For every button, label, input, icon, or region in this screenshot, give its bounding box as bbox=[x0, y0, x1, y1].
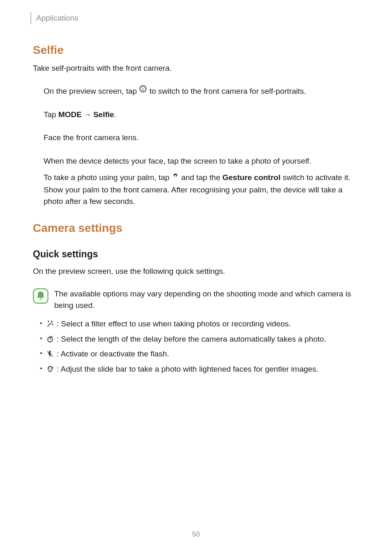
svg-rect-2 bbox=[142, 87, 144, 88]
filter-wand-icon bbox=[46, 320, 54, 328]
svg-point-10 bbox=[49, 368, 50, 369]
selfie-step-3: Face the front camera lens. bbox=[44, 132, 362, 144]
text: to switch to the front camera for self-p… bbox=[150, 87, 306, 95]
bullet-dot bbox=[40, 368, 42, 369]
note-callout: The available options may vary depending… bbox=[33, 288, 362, 311]
list-item: : Select a filter effect to use when tak… bbox=[33, 318, 362, 330]
selfie-step-2: Tap MODE → Selfie. bbox=[44, 109, 362, 121]
svg-point-9 bbox=[48, 367, 52, 371]
text: To take a photo using your palm, tap bbox=[44, 173, 172, 182]
list-item-text: : Adjust the slide bar to take a photo w… bbox=[57, 365, 318, 373]
quick-settings-intro: On the preview screen, use the following… bbox=[33, 266, 362, 277]
selfie-palm-note: To take a photo using your palm, tap and… bbox=[44, 172, 362, 207]
note-text: The available options may vary depending… bbox=[54, 288, 362, 311]
switch-camera-icon bbox=[139, 85, 147, 97]
list-item: : Activate or deactivate the flash. bbox=[33, 348, 362, 360]
svg-point-3 bbox=[142, 88, 144, 90]
svg-point-4 bbox=[175, 175, 176, 176]
header-section-label: Applications bbox=[36, 14, 78, 23]
selfie-label: Selfie bbox=[93, 110, 114, 119]
selfie-step-4: When the device detects your face, tap t… bbox=[44, 155, 362, 167]
list-item-text: : Activate or deactivate the flash. bbox=[57, 349, 169, 358]
quick-settings-list: : Select a filter effect to use when tak… bbox=[33, 318, 362, 375]
heading-selfie: Selfie bbox=[33, 44, 362, 57]
page-content: Selfie Take self-portraits with the fron… bbox=[33, 40, 362, 378]
gesture-control-label: Gesture control bbox=[222, 173, 280, 182]
flash-off-icon bbox=[46, 350, 54, 358]
heading-camera-settings: Camera settings bbox=[33, 222, 362, 235]
bullet-dot bbox=[40, 352, 42, 354]
selfie-step-1: On the preview screen, tap to switch to … bbox=[44, 86, 362, 97]
text: . bbox=[114, 110, 116, 119]
text: and tap the bbox=[181, 173, 222, 182]
mode-label: MODE bbox=[58, 110, 82, 119]
bullet-dot bbox=[40, 338, 42, 339]
selfie-intro: Take self-portraits with the front camer… bbox=[33, 62, 362, 74]
text: On the preview screen, tap bbox=[44, 87, 139, 95]
list-item: : Adjust the slide bar to take a photo w… bbox=[33, 363, 362, 375]
heading-quick-settings: Quick settings bbox=[33, 249, 362, 260]
list-item-text: : Select the length of the delay before … bbox=[57, 335, 326, 343]
list-item: : Select the length of the delay before … bbox=[33, 333, 362, 345]
beauty-face-icon bbox=[46, 365, 54, 373]
page-number: 50 bbox=[0, 530, 392, 539]
arrow: → bbox=[82, 111, 93, 119]
text: Tap bbox=[44, 110, 58, 119]
svg-point-11 bbox=[51, 368, 51, 369]
timer-icon bbox=[46, 335, 54, 343]
note-bell-icon bbox=[33, 288, 48, 305]
settings-gear-icon bbox=[172, 171, 179, 183]
page-header: Applications bbox=[30, 12, 78, 24]
header-rule bbox=[30, 12, 31, 24]
list-item-text: : Select a filter effect to use when tak… bbox=[57, 319, 291, 328]
bullet-dot bbox=[40, 322, 42, 324]
